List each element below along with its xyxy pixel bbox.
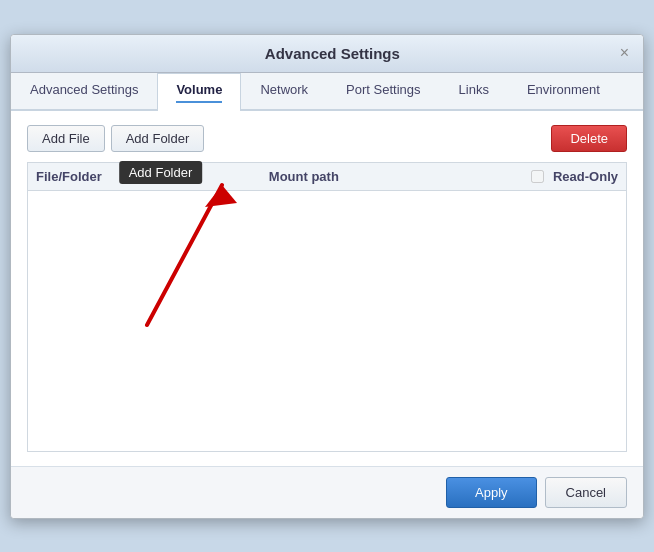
apply-button[interactable]: Apply <box>446 477 537 508</box>
add-folder-button[interactable]: Add Folder <box>111 125 205 152</box>
add-folder-wrapper: Add Folder Add Folder <box>111 125 211 152</box>
col-header-readonly: Read-Only <box>502 169 618 184</box>
dialog-body: Add File Add Folder Add Folder Delete Fi… <box>11 111 643 466</box>
tab-network[interactable]: Network <box>241 73 327 111</box>
dialog-title: Advanced Settings <box>45 45 620 62</box>
tab-environment[interactable]: Environment <box>508 73 619 111</box>
delete-button[interactable]: Delete <box>551 125 627 152</box>
dialog-footer: Apply Cancel <box>11 466 643 518</box>
col-header-mount: Mount path <box>269 169 502 184</box>
empty-row <box>28 191 626 451</box>
cancel-button[interactable]: Cancel <box>545 477 627 508</box>
dialog-header: Advanced Settings × <box>11 35 643 73</box>
tab-port-settings[interactable]: Port Settings <box>327 73 439 111</box>
close-button[interactable]: × <box>620 45 629 61</box>
table-header: File/Folder Mount path Read-Only <box>27 162 627 190</box>
col-header-file: File/Folder <box>36 169 269 184</box>
advanced-settings-dialog: Advanced Settings × Advanced Settings Vo… <box>10 34 644 519</box>
tab-links[interactable]: Links <box>440 73 508 111</box>
tab-bar: Advanced Settings Volume Network Port Se… <box>11 73 643 111</box>
toolbar: Add File Add Folder Add Folder Delete <box>27 125 627 152</box>
table-body <box>27 190 627 452</box>
tab-volume[interactable]: Volume <box>157 73 241 111</box>
volume-table: File/Folder Mount path Read-Only <box>27 162 627 452</box>
add-file-button[interactable]: Add File <box>27 125 105 152</box>
tab-advanced-settings[interactable]: Advanced Settings <box>11 73 157 111</box>
readonly-header-checkbox[interactable] <box>531 170 544 183</box>
